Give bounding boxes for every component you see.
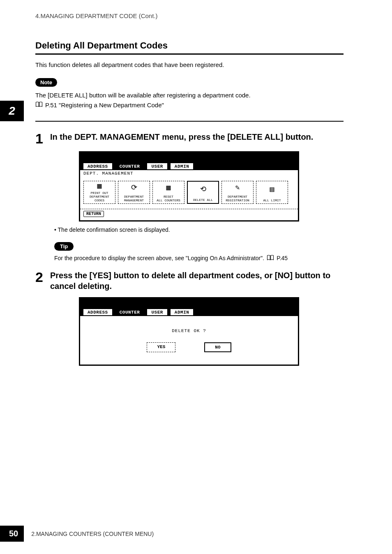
screenshot-dept-management: ADDRESS COUNTER USER ADMIN DEPT. MANAGEM…	[79, 151, 344, 222]
divider	[35, 53, 344, 55]
step-number-2: 2	[35, 270, 45, 284]
tip-badge: Tip	[54, 242, 74, 251]
section-title: Deleting All Department Codes	[35, 40, 344, 51]
header-breadcrumb: 4.MANAGING DEPARTMENT CODE (Cont.)	[35, 12, 158, 19]
screenshot-confirm: ADDRESS COUNTER USER ADMIN DELETE OK ? Y…	[79, 297, 344, 366]
tab-counter[interactable]: COUNTER	[115, 162, 145, 170]
no-button[interactable]: NO	[204, 342, 231, 352]
print-out-button[interactable]: ▦ PRINT OUTDEPARTMENT CODES	[83, 181, 115, 204]
step-1-bullet: The delete confirmation screen is displa…	[54, 226, 344, 233]
page-number: 50	[0, 526, 24, 542]
note-ref: P.51 "Registering a New Department Code"	[45, 102, 164, 108]
tip-ref: P.45	[277, 255, 288, 261]
footer-text: 2.MANAGING COUNTERS (COUNTER MENU)	[31, 531, 154, 537]
print-icon: ▦	[97, 182, 102, 191]
book-icon	[35, 102, 43, 108]
dept-management-button[interactable]: ⟳ DEPARTMENTMANAGEMENT	[118, 181, 150, 204]
dept-registration-button[interactable]: ✎ DEPARTMENTREGISTRATION	[221, 181, 254, 204]
counter-icon: ⟳	[131, 182, 137, 194]
tab-admin[interactable]: ADMIN	[170, 162, 194, 170]
step-2-title: Press the [YES] button to delete all dep…	[50, 270, 344, 291]
note-text: The [DELETE ALL] button will be availabl…	[35, 91, 344, 100]
return-button[interactable]: RETURN	[83, 211, 104, 217]
tip-text: For the procedure to display the screen …	[54, 255, 264, 261]
section-intro: This function deletes all department cod…	[35, 61, 344, 68]
yes-button[interactable]: YES	[147, 342, 175, 352]
ui-breadcrumb: DEPT. MANAGEMENT	[80, 170, 298, 178]
reset-counters-button[interactable]: ▦ RESETALL COUNTERS	[152, 181, 184, 204]
book-icon	[267, 255, 274, 262]
limit-icon: ▤	[270, 182, 274, 198]
delete-icon: ⟲	[200, 182, 206, 198]
tab-counter[interactable]: COUNTER	[115, 308, 145, 316]
chapter-side-tab: 2	[0, 101, 24, 121]
delete-all-button[interactable]: ⟲ DELETE ALL	[187, 181, 219, 204]
tab-user[interactable]: USER	[146, 162, 168, 170]
note-badge: Note	[35, 78, 57, 87]
tab-address[interactable]: ADDRESS	[83, 308, 113, 316]
all-limit-button[interactable]: ▤ ALL LIMIT	[256, 181, 288, 204]
reset-icon: ▦	[166, 182, 171, 194]
step-1-title: In the DEPT. MANAGEMENT menu, press the …	[50, 132, 313, 142]
tab-address[interactable]: ADDRESS	[83, 162, 113, 170]
tab-admin[interactable]: ADMIN	[170, 308, 194, 316]
divider	[35, 121, 344, 122]
step-number-1: 1	[35, 132, 45, 145]
confirm-question: DELETE OK ?	[80, 328, 298, 333]
tab-user[interactable]: USER	[146, 308, 168, 316]
register-icon: ✎	[235, 182, 240, 194]
